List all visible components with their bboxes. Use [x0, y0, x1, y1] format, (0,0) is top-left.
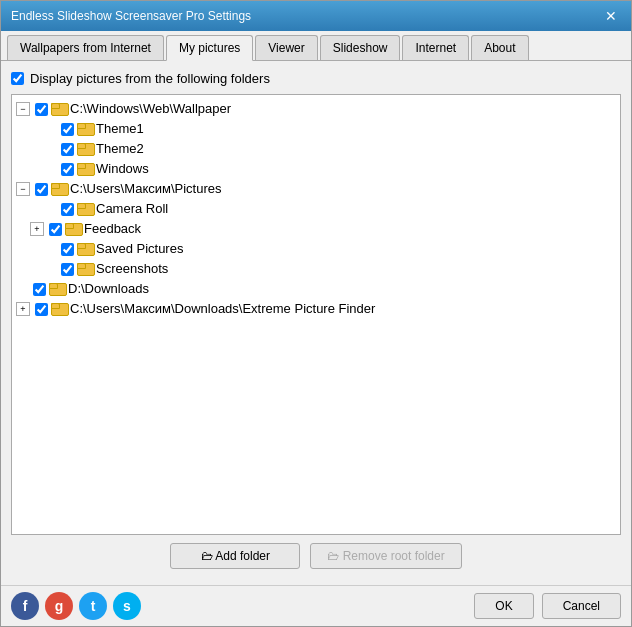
tab-slideshow[interactable]: Slideshow	[320, 35, 401, 60]
folder-tree: − C:\Windows\Web\Wallpaper Theme1 Theme2	[11, 94, 621, 535]
skype-icon[interactable]: s	[113, 592, 141, 620]
tree-label: Screenshots	[96, 260, 168, 278]
remove-root-folder-button[interactable]: 🗁 Remove root folder	[310, 543, 461, 569]
folder-icon	[77, 143, 93, 156]
expand-button[interactable]: −	[16, 182, 30, 196]
folder-icon	[65, 223, 81, 236]
window-title: Endless Slideshow Screensaver Pro Settin…	[11, 9, 251, 23]
tree-label: Windows	[96, 160, 149, 178]
add-folder-button[interactable]: 🗁 Add folder	[170, 543, 300, 569]
tree-checkbox[interactable]	[61, 163, 74, 176]
social-icons: f g t s	[11, 592, 141, 620]
tree-label: D:\Downloads	[68, 280, 149, 298]
tree-label: Camera Roll	[96, 200, 168, 218]
tree-checkbox[interactable]	[35, 183, 48, 196]
cancel-button[interactable]: Cancel	[542, 593, 621, 619]
facebook-icon[interactable]: f	[11, 592, 39, 620]
folder-icon	[77, 163, 93, 176]
tree-label: C:\Users\Максим\Downloads\Extreme Pictur…	[70, 300, 375, 318]
tree-checkbox[interactable]	[61, 263, 74, 276]
expand-button[interactable]: +	[30, 222, 44, 236]
tree-item[interactable]: Windows	[16, 159, 616, 179]
tree-label: C:\Windows\Web\Wallpaper	[70, 100, 231, 118]
tree-item[interactable]: Saved Pictures	[16, 239, 616, 259]
tab-about[interactable]: About	[471, 35, 528, 60]
tab-my-pictures[interactable]: My pictures	[166, 35, 253, 61]
display-header: Display pictures from the following fold…	[11, 71, 621, 86]
tree-item[interactable]: Screenshots	[16, 259, 616, 279]
display-pictures-checkbox[interactable]	[11, 72, 24, 85]
tree-checkbox[interactable]	[61, 203, 74, 216]
tree-item[interactable]: + Feedback	[16, 219, 616, 239]
tree-checkbox[interactable]	[61, 123, 74, 136]
twitter-icon[interactable]: t	[79, 592, 107, 620]
folder-icon	[77, 243, 93, 256]
footer-right-buttons: OK Cancel	[474, 593, 621, 619]
tree-label: C:\Users\Максим\Pictures	[70, 180, 221, 198]
folder-icon	[51, 183, 67, 196]
tree-checkbox[interactable]	[49, 223, 62, 236]
tab-internet[interactable]: Internet	[402, 35, 469, 60]
tree-item[interactable]: Theme2	[16, 139, 616, 159]
display-pictures-label: Display pictures from the following fold…	[30, 71, 270, 86]
content-area: Display pictures from the following fold…	[1, 61, 631, 585]
tree-checkbox[interactable]	[35, 103, 48, 116]
tab-viewer[interactable]: Viewer	[255, 35, 317, 60]
tree-label: Saved Pictures	[96, 240, 183, 258]
tree-label: Theme1	[96, 120, 144, 138]
folder-icon	[77, 123, 93, 136]
tabs-row: Wallpapers from Internet My pictures Vie…	[1, 31, 631, 61]
tree-checkbox[interactable]	[61, 243, 74, 256]
tab-wallpapers[interactable]: Wallpapers from Internet	[7, 35, 164, 60]
tree-item[interactable]: − C:\Windows\Web\Wallpaper	[16, 99, 616, 119]
folder-icon	[49, 283, 65, 296]
tree-item[interactable]: D:\Downloads	[16, 279, 616, 299]
tree-label: Theme2	[96, 140, 144, 158]
expand-button[interactable]: +	[16, 302, 30, 316]
tree-checkbox[interactable]	[35, 303, 48, 316]
bottom-buttons: 🗁 Add folder 🗁 Remove root folder	[11, 535, 621, 575]
folder-icon	[77, 263, 93, 276]
footer: f g t s OK Cancel	[1, 585, 631, 626]
folder-icon	[77, 203, 93, 216]
tree-item[interactable]: Theme1	[16, 119, 616, 139]
title-bar: Endless Slideshow Screensaver Pro Settin…	[1, 1, 631, 31]
main-window: Endless Slideshow Screensaver Pro Settin…	[0, 0, 632, 627]
folder-icon	[51, 303, 67, 316]
ok-button[interactable]: OK	[474, 593, 533, 619]
expand-button[interactable]: −	[16, 102, 30, 116]
tree-item[interactable]: − C:\Users\Максим\Pictures	[16, 179, 616, 199]
tree-item[interactable]: + C:\Users\Максим\Downloads\Extreme Pict…	[16, 299, 616, 319]
tree-item[interactable]: Camera Roll	[16, 199, 616, 219]
tree-label: Feedback	[84, 220, 141, 238]
folder-icon	[51, 103, 67, 116]
tree-checkbox[interactable]	[61, 143, 74, 156]
tree-checkbox[interactable]	[33, 283, 46, 296]
close-button[interactable]: ✕	[601, 6, 621, 26]
google-plus-icon[interactable]: g	[45, 592, 73, 620]
